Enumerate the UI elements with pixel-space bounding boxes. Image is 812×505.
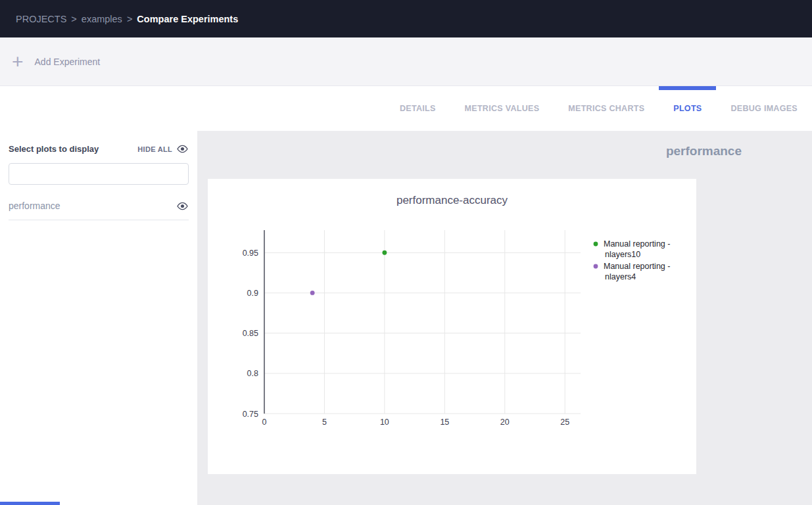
horizontal-scrollbar-thumb[interactable] (0, 502, 60, 505)
plot-list-item: performance (9, 190, 189, 220)
x-tick-label: 15 (440, 418, 449, 427)
data-point[interactable] (310, 291, 315, 295)
legend-marker[interactable] (594, 242, 598, 247)
plot-selection-sidebar: Select plots to display HIDE ALL perform… (0, 131, 197, 505)
plot-list: performance (9, 190, 189, 220)
metric-group-title: performance (666, 144, 742, 158)
sidebar-title: Select plots to display (9, 144, 99, 154)
y-tick-label: 0.9 (247, 289, 258, 298)
tab-plots[interactable]: PLOTS (659, 86, 716, 131)
breadcrumb-separator: > (127, 14, 132, 24)
scatter-plot: 0.750.80.850.90.950510152025Manual repor… (208, 212, 696, 436)
app-root: PROJECTS > examples > Compare Experiment… (0, 0, 812, 505)
sidebar-header: Select plots to display HIDE ALL (9, 144, 189, 154)
x-tick-label: 10 (380, 418, 389, 427)
tab-details[interactable]: DETAILS (385, 86, 450, 131)
legend-label[interactable]: Manual reporting -nlayers4 (604, 262, 670, 281)
metric-group-header: performance (197, 131, 812, 172)
plot-item-label[interactable]: performance (9, 201, 60, 211)
tab-metrics-charts[interactable]: METRICS CHARTS (554, 86, 659, 131)
plot-filter-input[interactable] (9, 163, 189, 185)
tab-metrics-values[interactable]: METRICS VALUES (450, 86, 554, 131)
toggle-plot-visibility-button[interactable] (176, 202, 189, 210)
add-experiment-button[interactable]: + Add Experiment (12, 52, 100, 72)
y-tick-label: 0.95 (243, 249, 258, 258)
tab-debug-images[interactable]: DEBUG IMAGES (716, 86, 812, 131)
breadcrumb-separator: > (71, 14, 76, 24)
eye-icon (176, 202, 189, 210)
hide-all-label: HIDE ALL (137, 145, 172, 153)
chart-card: performance-accuracy 0.750.80.850.90.950… (208, 179, 696, 474)
breadcrumb-examples[interactable]: examples (82, 14, 122, 24)
x-tick-label: 0 (262, 418, 267, 427)
x-tick-label: 20 (500, 418, 510, 427)
plus-icon: + (12, 52, 24, 72)
data-point[interactable] (382, 251, 387, 255)
breadcrumb-projects[interactable]: PROJECTS (16, 14, 66, 24)
eye-icon (176, 145, 189, 153)
breadcrumb-current: Compare Experiments (137, 14, 238, 24)
breadcrumb: PROJECTS > examples > Compare Experiment… (16, 14, 238, 24)
tab-bar: DETAILSMETRICS VALUESMETRICS CHARTSPLOTS… (0, 86, 812, 131)
legend-label[interactable]: Manual reporting -nlayers10 (604, 239, 670, 259)
plots-panel: performance performance-accuracy 0.750.8… (197, 131, 812, 505)
chart-title: performance-accuracy (208, 179, 696, 207)
y-tick-label: 0.75 (243, 410, 258, 419)
hide-all-button[interactable]: HIDE ALL (137, 145, 189, 153)
add-experiment-bar: + Add Experiment (0, 37, 812, 86)
top-header: PROJECTS > examples > Compare Experiment… (0, 0, 812, 37)
y-tick-label: 0.85 (243, 329, 258, 338)
add-experiment-label: Add Experiment (35, 57, 101, 67)
x-tick-label: 5 (322, 418, 327, 427)
x-tick-label: 25 (560, 418, 569, 427)
legend-marker[interactable] (594, 264, 598, 269)
y-tick-label: 0.8 (247, 369, 258, 378)
content-area: Select plots to display HIDE ALL perform… (0, 131, 812, 505)
